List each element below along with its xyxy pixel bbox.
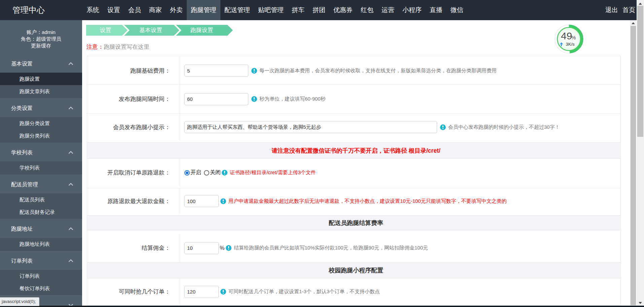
svg-text:49: 49 [561, 30, 572, 41]
svg-text:%: % [571, 35, 576, 40]
svg-text:3K/s: 3K/s [566, 42, 575, 47]
